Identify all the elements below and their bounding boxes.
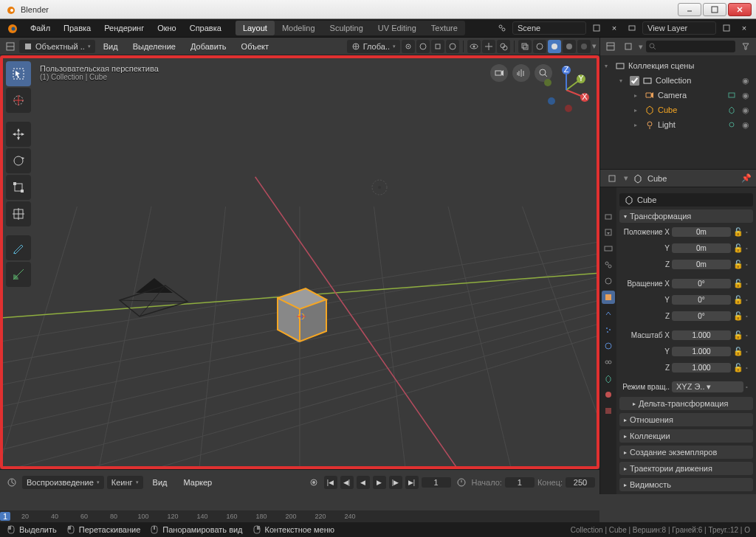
ptab-texture[interactable] [602,404,615,418]
lock-icon[interactable]: 🔓 [733,243,743,253]
lock-icon[interactable]: 🔓 [733,347,743,356]
filter-icon[interactable] [738,39,753,54]
shading-wireframe-icon[interactable] [533,40,546,53]
camera-view-icon[interactable] [490,64,508,82]
rot-x[interactable]: 0° [672,279,731,288]
tree-scene-collection[interactable]: ▾ Коллекция сцены [605,58,752,73]
lock-icon[interactable]: 🔓 [733,279,743,288]
overlays-icon[interactable] [497,40,510,53]
ptab-scene[interactable] [602,258,615,271]
scale-z[interactable]: 1.000 [672,363,731,373]
lock-icon[interactable]: 🔓 [733,311,743,321]
pivot-icon[interactable] [402,40,415,53]
tree-light[interactable]: ▸ Light ◉ [634,117,752,132]
shading-dropdown-icon[interactable]: ▾ [592,41,597,51]
close-button[interactable] [728,3,752,16]
ptab-material[interactable] [602,388,615,401]
ptab-render[interactable] [602,209,615,223]
outliner-search[interactable] [646,41,735,52]
panel-motion[interactable]: ▸Траектории движения [619,462,753,475]
start-frame[interactable]: 1 [505,477,535,488]
loc-z[interactable]: 0m [672,260,731,269]
viewport-menu-view[interactable]: Вид [97,39,125,54]
panel-instancing[interactable]: ▸Создание экземпляров [619,446,753,459]
axis-gizmo[interactable]: X Y Z [540,64,592,116]
rot-z[interactable]: 0° [672,311,731,321]
blender-logo-icon[interactable] [3,19,21,37]
ptab-physics[interactable] [602,339,615,353]
panel-collections[interactable]: ▸Коллекции [619,429,753,443]
minimize-button[interactable] [678,3,701,16]
cursor-tool[interactable] [6,88,31,113]
lock-icon[interactable]: 🔓 [733,330,743,340]
3d-viewport[interactable]: Пользовательская перспектива (1) Collect… [0,55,599,469]
proportional-icon[interactable] [446,40,459,53]
autokey-icon[interactable] [306,475,321,490]
shading-material-icon[interactable] [563,40,576,53]
viewlayer-new-icon[interactable] [719,21,734,35]
playhead[interactable]: 1 [0,512,10,521]
timeline-marker[interactable]: Маркер [176,475,219,490]
play-icon[interactable]: ▶ [373,476,386,489]
tab-layout[interactable]: Layout [236,21,275,35]
mode-dropdown[interactable]: Объектный ..▾ [19,40,95,53]
keying-dropdown[interactable]: Кеинг▾ [107,476,143,489]
loc-x[interactable]: 0m [672,227,731,237]
ptab-object[interactable] [602,291,615,304]
ptab-particle[interactable] [602,323,615,336]
current-frame[interactable]: 1 [422,477,451,488]
viewlayer-browse-icon[interactable] [625,21,639,35]
tab-modeling[interactable]: Modeling [275,21,323,35]
viewlayer-input[interactable]: View Layer [642,21,716,35]
snap-target-icon[interactable] [431,40,444,53]
camera-gizmo[interactable] [114,272,195,324]
scene-new-icon[interactable] [589,21,604,35]
menu-file[interactable]: Файл [24,21,57,35]
timeline-ruler[interactable]: 1 20 40 60 80 100 120 140 160 180 200 22… [0,510,599,522]
maximize-button[interactable] [703,3,726,16]
annotate-tool[interactable] [6,235,31,260]
transform-tool[interactable] [6,201,31,226]
ptab-modifier[interactable] [602,307,615,320]
tree-collection[interactable]: ▾ Collection ◉ [619,73,752,88]
tab-sculpting[interactable]: Sculpting [323,21,371,35]
panel-transform[interactable]: ▾Трансформация [619,209,753,223]
keyframe-next-icon[interactable]: |▶ [389,476,402,489]
playback-dropdown[interactable]: Воспроизведение▾ [22,476,104,489]
menu-edit[interactable]: Правка [57,21,97,35]
timeline-editor-icon[interactable] [4,475,19,490]
scene-name-input[interactable]: Scene [512,21,586,35]
ptab-viewlayer[interactable] [602,242,615,255]
ptab-output[interactable] [602,226,615,239]
viewport-menu-object[interactable]: Объект [235,39,275,54]
pin-icon[interactable]: 📌 [741,173,752,183]
viewlayer-delete-icon[interactable]: × [737,21,752,35]
measure-tool[interactable] [6,262,31,287]
ptab-data[interactable] [602,372,615,385]
shading-solid-icon[interactable] [548,40,561,53]
tree-cube[interactable]: ▸ Cube ◉ [634,103,752,117]
props-editor-icon[interactable] [605,171,619,186]
panel-visibility[interactable]: ▸Видимость [619,478,753,491]
collection-checkbox[interactable] [630,76,639,86]
play-reverse-icon[interactable]: ◀ [357,476,370,489]
scale-tool[interactable] [6,175,31,200]
orientation-dropdown[interactable]: Глоба..▾ [347,40,400,53]
scale-y[interactable]: 1.000 [672,347,731,356]
lock-icon[interactable]: 🔓 [733,260,743,269]
ptab-constraint[interactable] [602,356,615,369]
menu-help[interactable]: Справка [183,21,228,35]
xray-icon[interactable] [518,40,532,53]
snap-icon[interactable] [416,40,430,53]
keyframe-prev-icon[interactable]: ◀| [340,476,354,489]
object-visibility-icon[interactable] [467,40,481,53]
cube-mesh[interactable] [269,280,335,350]
ptab-world[interactable] [602,274,615,288]
gizmo-icon[interactable] [482,40,495,53]
lock-icon[interactable]: 🔓 [733,295,743,305]
eye-icon[interactable]: ◉ [740,105,752,115]
viewport-menu-add[interactable]: Добавить [184,39,233,54]
scale-x[interactable]: 1.000 [672,330,731,340]
menu-window[interactable]: Окно [151,21,183,35]
scene-delete-icon[interactable]: × [607,21,622,35]
